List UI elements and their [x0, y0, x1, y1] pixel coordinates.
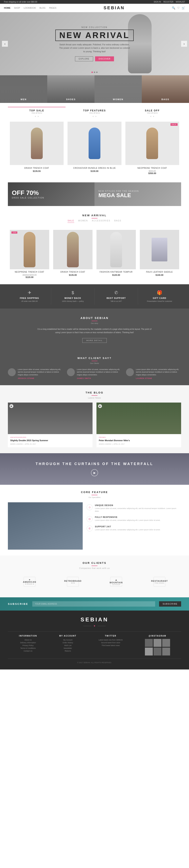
about-more-button[interactable]: MORE DETAIL	[82, 338, 107, 343]
product-img-2[interactable]	[68, 122, 121, 165]
sale-banner-2[interactable]: NEW STYLES FOR THE SEASON MEGA SALE	[95, 182, 181, 206]
instagram-thumb-6[interactable]	[162, 648, 170, 655]
tab-top-sale[interactable]: TOP SALE View all items ‹ ›	[8, 107, 66, 120]
footer-info-item-2[interactable]: Delivery Information	[19, 642, 37, 644]
discover-button[interactable]: DISCOVER	[95, 56, 114, 61]
arrival-price-2: $135.00	[53, 274, 92, 276]
arrival-img-1[interactable]: -20%	[10, 230, 49, 269]
category-bags-label: BAGS	[161, 98, 169, 100]
footer-info-item-4[interactable]: Terms & Conditions	[19, 647, 37, 649]
sale-banner-2-label: NEW STYLES FOR THE SEASON	[99, 190, 139, 192]
client-name-3: MOUNTAIN	[110, 581, 123, 584]
site-logo[interactable]: SEBIAN	[56, 5, 172, 10]
tab-accessories[interactable]: ACCESSORIES	[92, 220, 110, 223]
product-img-3[interactable]: SALE	[125, 122, 179, 165]
topbar-wishlist[interactable]: WISHLIST	[176, 1, 185, 3]
waterfall-play-button[interactable]: ▶	[91, 469, 98, 476]
footer-account-item-3[interactable]: Wish List	[59, 645, 76, 646]
arrival-img-3[interactable]	[97, 230, 136, 269]
footer-account-item-4[interactable]: Newsletter	[59, 647, 76, 649]
hero-next-arrow[interactable]: ›	[181, 41, 187, 47]
tab-top-features[interactable]: TOP FEATURES View all items ‹ ›	[66, 107, 123, 120]
hero-dot-2[interactable]	[94, 71, 95, 73]
footer-account-item-5[interactable]: Returns	[59, 650, 76, 652]
arrival-name-3: FASHION KNITWEAR TEMPUR	[97, 271, 136, 273]
category-shoes[interactable]: SHOES	[47, 75, 95, 103]
nav-icons: 🔍 ♡ 🛒	[172, 6, 185, 9]
tab-sale-off[interactable]: SALE OFF View all items ‹ ›	[123, 107, 181, 120]
topbar-register[interactable]: REGISTER	[163, 1, 174, 3]
nav-links: HOME SHOP LOOKBOOK BLOG PAGES	[4, 7, 56, 9]
tab-top-features-title: TOP FEATURES	[68, 109, 121, 112]
search-icon[interactable]: 🔍	[172, 6, 175, 9]
tab-bags[interactable]: BAGS	[114, 220, 121, 223]
subscribe-button[interactable]: SUBSCRIBE	[159, 601, 181, 607]
blog-sub: Latest News	[8, 397, 181, 399]
blog-post-2: ▶ PROMO Peter Mondart Bonnner Nike's ADM…	[97, 403, 181, 447]
topbar-left: Free shipping on all order over $60.00	[4, 1, 37, 3]
tab-women[interactable]: WOMEN	[78, 220, 88, 223]
nav-pages[interactable]: PAGES	[49, 7, 56, 9]
instagram-thumb-3[interactable]	[162, 639, 170, 647]
hero-dot-3[interactable]	[96, 71, 98, 73]
sale-banner-1[interactable]: OFF 70% DRDO SALE COLLECTION	[8, 182, 95, 206]
nav-lookbook[interactable]: LOOKBOOK	[24, 7, 36, 9]
top-sale-prev[interactable]: ‹	[35, 115, 36, 118]
feature-money-title: MONEY BACK	[53, 297, 92, 299]
subscribe-input[interactable]	[32, 601, 155, 607]
footer-twitter-item-1[interactable]: Latest tweet one from SEBIAN	[99, 639, 123, 641]
blog-post-title-2[interactable]: Peter Mondart Bonnner Nike's	[99, 439, 179, 442]
footer-logo[interactable]: SEBIAN	[8, 616, 181, 623]
tab-sale[interactable]: SALE	[68, 220, 74, 223]
footer-twitter-item-2[interactable]: Second tweet from store	[99, 642, 123, 644]
blog-play-2[interactable]: ▶	[98, 404, 102, 408]
instagram-thumb-5[interactable]	[154, 648, 161, 655]
blog-post-title-1[interactable]: Slightly Double 2015 Spring Summer	[10, 439, 90, 442]
sale-off-next[interactable]: ›	[153, 115, 154, 118]
arrival-img-4[interactable]	[140, 230, 179, 269]
product-img-1[interactable]	[10, 122, 64, 165]
product-price-old-3: $600.00	[125, 170, 179, 172]
top-sale-next[interactable]: ›	[38, 115, 39, 118]
testimonial-1: Lorem ipsum dolor sit amet, consectetur …	[8, 368, 63, 379]
footer-info-item-5[interactable]: Contact Us	[19, 650, 37, 652]
category-women[interactable]: WOMEN	[95, 75, 142, 103]
footer-account-item-2[interactable]: Order History	[59, 642, 76, 644]
nav-home[interactable]: HOME	[4, 7, 10, 9]
footer-info-item-1[interactable]: About Us	[19, 639, 37, 641]
hero-prev-arrow[interactable]: ‹	[2, 41, 8, 47]
hero-dot-1[interactable]	[91, 71, 93, 73]
feature-shipping-title: FREE SHIPPING	[10, 297, 49, 299]
product-badge-3: SALE	[171, 123, 178, 126]
blog-date-2: APRIL 20, 2017	[114, 443, 125, 445]
sale-off-prev[interactable]: ‹	[150, 115, 151, 118]
blog-play-1[interactable]: ▶	[9, 404, 13, 408]
category-men[interactable]: MEN	[0, 75, 47, 103]
core-feature-title-3: SUPPORT 24/7	[95, 526, 160, 528]
top-features-prev[interactable]: ‹	[93, 115, 93, 118]
footer-col-account: MY ACCOUNT My Account Order History Wish…	[59, 635, 76, 655]
client-logo-shape-4: RESTAURANT FINE DINING	[154, 577, 165, 587]
instagram-thumb-4[interactable]	[145, 648, 153, 655]
heart-icon[interactable]: ♡	[177, 6, 180, 9]
footer-col-information: INFORMATION About Us Delivery Informatio…	[19, 635, 37, 655]
arrival-img-2[interactable]	[53, 230, 92, 269]
tab-sale-off-arrows: ‹ ›	[125, 115, 179, 118]
footer-col-instagram-title: @INSTAGRAM	[145, 635, 170, 637]
arrival-old-price-1: deleted $200.00	[10, 274, 49, 276]
top-features-next[interactable]: ›	[96, 115, 96, 118]
instagram-thumb-2[interactable]	[154, 639, 161, 647]
blog-img-2[interactable]: ▶	[97, 403, 181, 434]
footer-info-item-3[interactable]: Privacy Policy	[19, 645, 37, 646]
nav-blog[interactable]: BLOG	[40, 7, 46, 9]
hero-title: NEW ARRIVAL	[55, 30, 134, 41]
nav-shop[interactable]: SHOP	[14, 7, 20, 9]
footer-twitter-item-3[interactable]: Third tweet latest news	[99, 645, 123, 646]
footer-account-item-1[interactable]: My Account	[59, 639, 76, 641]
cart-icon[interactable]: 🛒	[182, 6, 185, 9]
blog-img-1[interactable]: ▶	[8, 403, 92, 434]
explore-button[interactable]: EXPLORE	[75, 56, 93, 61]
topbar-signin[interactable]: SIGN IN	[154, 1, 161, 3]
category-bags[interactable]: BAGS	[142, 75, 189, 103]
instagram-thumb-1[interactable]	[145, 639, 153, 647]
